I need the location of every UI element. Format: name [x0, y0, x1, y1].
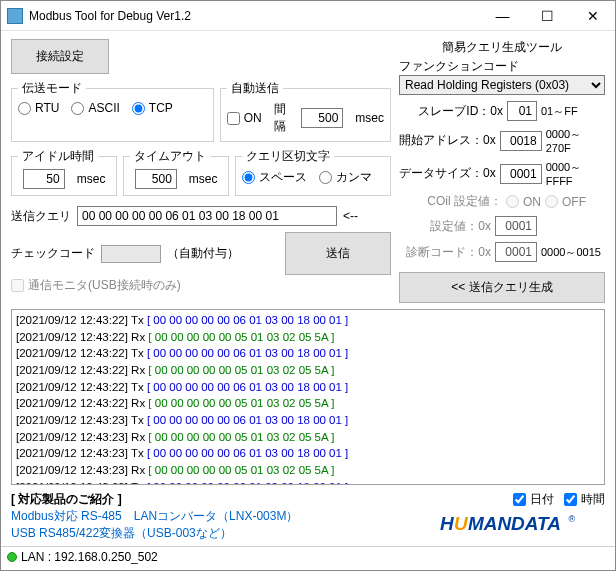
svg-text:®: ® [569, 514, 576, 524]
titlebar: Modbus Tool for Debug Ver1.2 — ☐ ✕ [1, 1, 615, 31]
arrow-label: <-- [343, 209, 358, 223]
link-usb003[interactable]: USB RS485/422変換器（USB-003など） [11, 525, 432, 542]
date-checkbox[interactable]: 日付 [513, 491, 554, 508]
log-line: [2021/09/12 12:43:23] Tx [ 00 00 00 00 0… [16, 445, 600, 462]
log-area[interactable]: [2021/09/12 12:43:22] Tx [ 00 00 00 00 0… [11, 309, 605, 485]
auto-on-checkbox[interactable]: ON [227, 111, 262, 125]
func-label: ファンクションコード [399, 58, 605, 75]
msec-label2: msec [77, 172, 106, 186]
window-title: Modbus Tool for Debug Ver1.2 [29, 9, 480, 23]
idle-input[interactable] [23, 169, 65, 189]
log-line: [2021/09/12 12:43:23] Rx [ 00 00 00 00 0… [16, 429, 600, 446]
diag-hint: 0000～0015 [541, 245, 605, 260]
check-code-box [101, 245, 161, 263]
log-line: [2021/09/12 12:43:23] Tx [ 00 00 00 00 0… [16, 479, 600, 485]
log-line: [2021/09/12 12:43:22] Tx [ 00 00 00 00 0… [16, 379, 600, 396]
comm-monitor-checkbox: 通信モニタ(USB接続時のみ) [11, 277, 181, 294]
size-hint: 0000～FFFF [546, 160, 605, 187]
delim-group: クエリ区切文字 スペース カンマ [235, 148, 391, 196]
setting-input [495, 216, 537, 236]
minimize-button[interactable]: — [480, 1, 525, 30]
auto-send-group: 自動送信 ON 間隔 msec [220, 80, 391, 142]
slave-hint: 01～FF [541, 104, 605, 119]
delim-space[interactable]: スペース [242, 169, 307, 186]
status-dot-icon [7, 552, 17, 562]
auto-attach-label: （自動付与） [167, 245, 239, 262]
log-line: [2021/09/12 12:43:22] Rx [ 00 00 00 00 0… [16, 362, 600, 379]
check-code-label: チェックコード [11, 245, 95, 262]
idle-legend: アイドル時間 [18, 148, 98, 165]
auto-send-legend: 自動送信 [227, 80, 283, 97]
time-checkbox[interactable]: 時間 [564, 491, 605, 508]
setting-label: 設定値：0x [430, 218, 491, 235]
slave-id-label: スレーブID：0x [418, 103, 503, 120]
link-lnx003m[interactable]: Modbus対応 RS-485 LANコンバータ（LNX-003M） [11, 508, 432, 525]
send-query-label: 送信クエリ [11, 208, 71, 225]
send-button[interactable]: 送信 [285, 232, 391, 275]
humandata-logo: H U MANDATA ® [440, 510, 605, 538]
log-line: [2021/09/12 12:43:22] Tx [ 00 00 00 00 0… [16, 345, 600, 362]
timeout-legend: タイムアウト [130, 148, 210, 165]
interval-input[interactable] [301, 108, 343, 128]
mode-rtu[interactable]: RTU [18, 101, 59, 115]
log-line: [2021/09/12 12:43:23] Tx [ 00 00 00 00 0… [16, 412, 600, 429]
diag-input [495, 242, 537, 262]
send-query-input[interactable] [77, 206, 337, 226]
coil-label: COil 設定値： [427, 193, 502, 210]
status-text: LAN : 192.168.0.250_502 [21, 550, 158, 564]
status-bar: LAN : 192.168.0.250_502 [1, 546, 615, 567]
log-line: [2021/09/12 12:43:22] Tx [ 00 00 00 00 0… [16, 312, 600, 329]
connection-settings-button[interactable]: 接続設定 [11, 39, 109, 74]
log-line: [2021/09/12 12:43:22] Rx [ 00 00 00 00 0… [16, 329, 600, 346]
function-select[interactable]: Read Holding Registers (0x03) [399, 75, 605, 95]
coil-off: OFF [545, 195, 605, 209]
products-title: [ 対応製品のご紹介 ] [11, 491, 432, 508]
diag-label: 診断コード：0x [406, 244, 491, 261]
mode-legend: 伝送モード [18, 80, 86, 97]
delim-comma[interactable]: カンマ [319, 169, 372, 186]
interval-label: 間隔 [274, 101, 290, 135]
gen-query-button[interactable]: << 送信クエリ生成 [399, 272, 605, 303]
log-line: [2021/09/12 12:43:22] Rx [ 00 00 00 00 0… [16, 395, 600, 412]
delim-legend: クエリ区切文字 [242, 148, 334, 165]
timeout-group: タイムアウト msec [123, 148, 229, 196]
start-addr-label: 開始アドレス：0x [399, 132, 496, 149]
data-size-input[interactable] [500, 164, 542, 184]
mode-tcp[interactable]: TCP [132, 101, 173, 115]
svg-text:U: U [454, 513, 469, 534]
log-line: [2021/09/12 12:43:23] Rx [ 00 00 00 00 0… [16, 462, 600, 479]
qgen-title: 簡易クエリ生成ツール [399, 39, 605, 56]
slave-id-input[interactable] [507, 101, 537, 121]
svg-text:H: H [440, 513, 454, 534]
app-icon [7, 8, 23, 24]
mode-group: 伝送モード RTU ASCII TCP [11, 80, 214, 142]
close-button[interactable]: ✕ [570, 1, 615, 30]
timeout-input[interactable] [135, 169, 177, 189]
start-addr-input[interactable] [500, 131, 542, 151]
maximize-button[interactable]: ☐ [525, 1, 570, 30]
msec-label3: msec [189, 172, 218, 186]
data-size-label: データサイズ：0x [399, 165, 496, 182]
start-hint: 0000～270F [546, 127, 605, 154]
idle-group: アイドル時間 msec [11, 148, 117, 196]
svg-text:MANDATA: MANDATA [468, 513, 561, 534]
coil-on: ON [506, 195, 541, 209]
msec-label: msec [355, 111, 384, 125]
mode-ascii[interactable]: ASCII [71, 101, 119, 115]
